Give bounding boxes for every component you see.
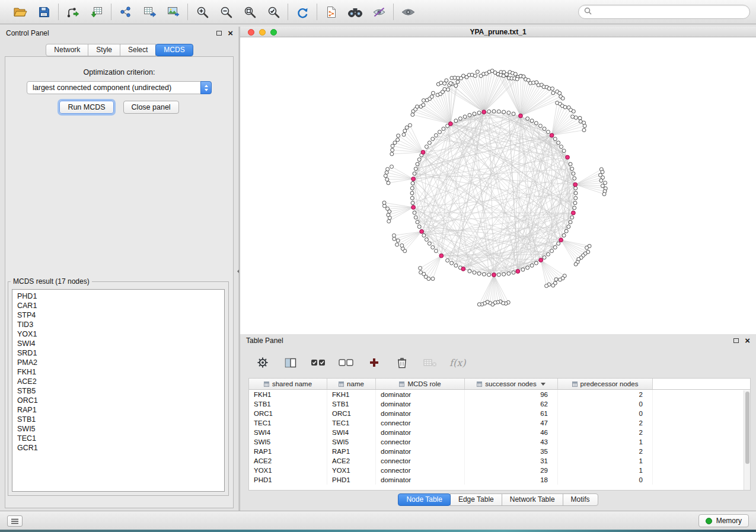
table-row[interactable]: FKH1FKH1dominator962	[249, 390, 750, 399]
mcds-result-item[interactable]: TEC1	[12, 434, 224, 443]
table-scrollbar[interactable]	[744, 390, 750, 490]
import-table-icon[interactable]	[88, 4, 105, 20]
network-canvas[interactable]	[240, 37, 756, 334]
table-panel: Table Panel × f(x) shared namenameMCDS	[240, 334, 756, 511]
float-table-panel-icon[interactable]	[733, 338, 739, 343]
save-icon[interactable]	[36, 4, 52, 20]
tab-network[interactable]: Network	[46, 44, 88, 56]
table-row[interactable]: SWI5SWI5connector431	[249, 437, 750, 447]
close-panel-icon[interactable]: ×	[228, 30, 233, 36]
table-cell: ACE2	[327, 456, 376, 466]
column-header-successor-nodes[interactable]: successor nodes	[465, 379, 558, 389]
table-row[interactable]: SWI4SWI4dominator462	[249, 428, 750, 437]
show-columns-icon[interactable]	[282, 354, 299, 371]
export-network-icon[interactable]	[117, 4, 134, 20]
zoom-in-icon[interactable]	[194, 4, 210, 20]
select-all-columns-icon[interactable]	[310, 354, 327, 371]
table-row[interactable]: STB1STB1dominator620	[249, 399, 750, 409]
unselect-all-columns-icon[interactable]	[338, 354, 355, 371]
minimize-window-icon[interactable]	[259, 29, 266, 36]
mcds-result-item[interactable]: PHD1	[12, 291, 224, 301]
optimization-criterion-label: Optimization criterion:	[5, 68, 233, 76]
column-header-predecessor-nodes[interactable]: predecessor nodes	[558, 379, 653, 389]
tab-mcds[interactable]: MCDS	[155, 44, 193, 56]
share-document-icon[interactable]	[323, 4, 340, 20]
control-panel-header: Control Panel ×	[0, 27, 239, 40]
scrollbar-thumb[interactable]	[745, 392, 749, 464]
graphics-details-icon[interactable]	[371, 4, 387, 20]
export-image-icon[interactable]	[165, 4, 181, 20]
table-cell: 0	[558, 475, 653, 485]
network-graph[interactable]	[240, 37, 756, 334]
criterion-select[interactable]: largest connected component (undirected)	[27, 81, 212, 94]
status-menu-button[interactable]	[7, 515, 23, 527]
mcds-result-item[interactable]: STB1	[12, 415, 224, 424]
mcds-result-item[interactable]: RAP1	[12, 405, 224, 415]
mcds-result-title: MCDS result (17 nodes)	[11, 277, 92, 286]
control-panel-title: Control Panel	[6, 29, 49, 37]
mcds-result-list[interactable]: PHD1CAR1STP4TID3YOX1SWI4SRD1PMA2FKH1ACE2…	[12, 289, 225, 492]
mcds-result-item[interactable]: STB5	[12, 386, 224, 396]
tab-select[interactable]: Select	[120, 44, 156, 56]
delete-table-icon-disabled	[422, 354, 438, 371]
eye-icon[interactable]	[400, 4, 416, 20]
close-panel-button[interactable]: Close panel	[123, 101, 179, 114]
memory-button[interactable]: Memory	[698, 514, 749, 527]
table-row[interactable]: ORC1ORC1dominator610	[249, 409, 750, 418]
table-toolbar: f(x)	[254, 352, 465, 373]
table-row[interactable]: YOX1YOX1connector291	[249, 466, 750, 475]
mcds-result-item[interactable]: SWI4	[12, 339, 224, 348]
zoom-selected-icon[interactable]	[265, 4, 282, 20]
export-table-icon[interactable]	[141, 4, 158, 20]
mcds-result-item[interactable]: ORC1	[12, 396, 224, 405]
zoom-fit-icon[interactable]	[241, 4, 258, 20]
mcds-result-item[interactable]: FKH1	[12, 367, 224, 377]
table-cell: connector	[376, 466, 465, 475]
close-window-icon[interactable]	[248, 29, 254, 36]
column-header-MCDS-role[interactable]: MCDS role	[376, 379, 465, 389]
table-cell: connector	[376, 418, 465, 428]
mcds-result-item[interactable]: STP4	[12, 310, 224, 320]
search-input[interactable]	[595, 7, 744, 17]
mcds-result-item[interactable]: GCR1	[12, 443, 224, 453]
refresh-icon[interactable]	[294, 4, 311, 20]
mcds-result-item[interactable]: PMA2	[12, 358, 224, 367]
zoom-out-icon[interactable]	[218, 4, 234, 20]
column-header-name[interactable]: name	[327, 379, 376, 389]
tab-edge-table[interactable]: Edge Table	[450, 493, 502, 506]
column-header-shared-name[interactable]: shared name	[249, 379, 327, 389]
mcds-result-item[interactable]: CAR1	[12, 301, 224, 310]
table-cell: TEC1	[249, 418, 327, 428]
table-row[interactable]: TEC1TEC1connector472	[249, 418, 750, 428]
search-icon	[584, 7, 592, 17]
table-row[interactable]: RAP1RAP1dominator352	[249, 447, 750, 456]
mcds-tab-content: Optimization criterion: largest connecte…	[5, 56, 234, 508]
mcds-result-item[interactable]: SRD1	[12, 348, 224, 358]
table-row[interactable]: ACE2ACE2connector311	[249, 456, 750, 466]
tab-style[interactable]: Style	[88, 44, 120, 56]
run-mcds-button[interactable]: Run MCDS	[59, 101, 113, 114]
table-cell: 46	[465, 428, 558, 437]
mcds-result-item[interactable]: YOX1	[12, 329, 224, 339]
close-table-panel-icon[interactable]: ×	[745, 338, 750, 344]
table-settings-gear-icon[interactable]	[254, 354, 271, 371]
mcds-result-item[interactable]: SWI5	[12, 424, 224, 434]
maximize-window-icon[interactable]	[270, 29, 277, 36]
search-field[interactable]	[578, 5, 750, 19]
mcds-result-item[interactable]: TID3	[12, 320, 224, 329]
delete-column-icon[interactable]	[394, 354, 410, 371]
import-network-icon[interactable]	[65, 4, 81, 20]
create-column-icon[interactable]	[366, 354, 382, 371]
table-row[interactable]: PHD1PHD1dominator180	[249, 475, 750, 485]
tab-motifs[interactable]: Motifs	[563, 493, 598, 506]
tab-node-table[interactable]: Node Table	[398, 493, 451, 506]
mcds-result-item[interactable]: ACE2	[12, 377, 224, 386]
table-cell: 2	[558, 390, 653, 399]
binoculars-icon[interactable]	[347, 4, 363, 20]
network-titlebar[interactable]: YPA_prune.txt_1	[240, 27, 756, 37]
open-folder-icon[interactable]	[12, 4, 28, 20]
table-cell: PHD1	[249, 475, 327, 485]
float-panel-icon[interactable]	[216, 31, 222, 36]
tab-network-table[interactable]: Network Table	[502, 493, 563, 506]
table-cell: SWI5	[327, 437, 376, 447]
